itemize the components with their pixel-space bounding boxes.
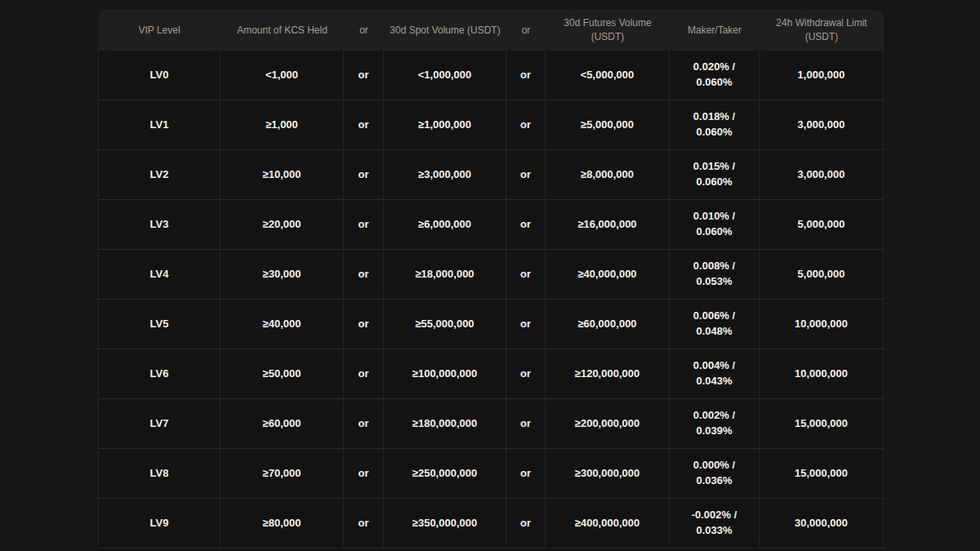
cell-withdrawal-limit: 30,000,000 (760, 499, 884, 548)
cell-spot-volume: ≥350,000,000 (384, 499, 506, 548)
cell-spot-volume: ≥100,000,000 (384, 349, 506, 398)
cell-kcs-held: ≥30,000 (220, 250, 344, 299)
cell-vip-level: LV1 (98, 100, 220, 149)
cell-vip-level: LV4 (98, 250, 220, 299)
cell-withdrawal-limit: 5,000,000 (760, 250, 884, 299)
table-row: LV7 ≥60,000 or ≥180,000,000 or ≥200,000,… (98, 399, 884, 449)
cell-or: or (506, 200, 546, 249)
maker-rate: 0.015% / (693, 159, 735, 175)
column-header-withdrawal-limit: 24h Withdrawal Limit (USDT) (760, 10, 884, 51)
cell-or: or (344, 399, 384, 448)
cell-futures-volume: ≥200,000,000 (546, 399, 670, 448)
cell-futures-volume: ≥60,000,000 (546, 300, 670, 349)
cell-spot-volume: ≥180,000,000 (384, 399, 506, 448)
cell-withdrawal-limit: 1,000,000 (760, 51, 884, 100)
cell-or: or (344, 349, 384, 398)
taker-rate: 0.036% (696, 473, 732, 489)
cell-or: or (506, 449, 546, 498)
column-header-or-1: or (344, 10, 384, 51)
cell-spot-volume: ≥1,000,000 (384, 100, 506, 149)
cell-withdrawal-limit: 10,000,000 (760, 349, 884, 398)
column-header-vip-level: VIP Level (98, 10, 220, 51)
cell-vip-level: LV7 (98, 399, 220, 448)
cell-kcs-held: ≥80,000 (220, 499, 344, 548)
cell-vip-level: LV9 (98, 499, 220, 548)
maker-rate: 0.018% / (693, 109, 735, 125)
cell-or: or (506, 100, 546, 149)
column-header-spot-volume: 30d Spot Volume (USDT) (384, 10, 506, 51)
cell-vip-level: LV0 (98, 51, 220, 100)
cell-or: or (344, 100, 384, 149)
maker-rate: 0.004% / (693, 358, 735, 374)
maker-rate: 0.000% / (693, 458, 735, 473)
cell-maker-taker: 0.010% / 0.060% (670, 200, 760, 249)
maker-rate: 0.006% / (693, 309, 735, 324)
cell-withdrawal-limit: 5,000,000 (760, 200, 884, 249)
taker-rate: 0.060% (696, 75, 732, 91)
taker-rate: 0.048% (696, 324, 732, 340)
cell-maker-taker: 0.018% / 0.060% (670, 100, 760, 149)
cell-or: or (344, 300, 384, 349)
cell-or: or (506, 300, 546, 349)
cell-futures-volume: ≥120,000,000 (546, 349, 670, 398)
maker-rate: 0.008% / (693, 259, 735, 274)
table-body: LV0 <1,000 or <1,000,000 or <5,000,000 0… (98, 51, 884, 551)
cell-spot-volume: ≥18,000,000 (384, 250, 506, 299)
cell-maker-taker: 0.006% / 0.048% (670, 300, 760, 349)
column-header-futures-volume: 30d Futures Volume (USDT) (546, 10, 670, 51)
cell-futures-volume: ≥5,000,000 (546, 100, 670, 149)
cell-or: or (344, 200, 384, 249)
cell-maker-taker: 0.004% / 0.043% (670, 349, 760, 398)
cell-or: or (344, 449, 384, 498)
table-row: LV9 ≥80,000 or ≥350,000,000 or ≥400,000,… (98, 499, 884, 549)
cell-or: or (506, 51, 546, 100)
cell-or: or (344, 499, 384, 548)
cell-or: or (344, 51, 384, 100)
cell-futures-volume: ≥400,000,000 (546, 499, 670, 548)
table-row: LV0 <1,000 or <1,000,000 or <5,000,000 0… (98, 51, 884, 100)
cell-maker-taker: 0.015% / 0.060% (670, 150, 760, 199)
cell-futures-volume: ≥16,000,000 (546, 200, 670, 249)
cell-vip-level: LV3 (98, 200, 220, 249)
maker-rate: -0.002% / (692, 508, 737, 523)
cell-withdrawal-limit: 10,000,000 (760, 300, 884, 349)
vip-fee-table: VIP Level Amount of KCS Held or 30d Spot… (98, 10, 884, 551)
cell-spot-volume: ≥3,000,000 (384, 150, 506, 199)
cell-spot-volume: ≥250,000,000 (384, 449, 506, 498)
cell-withdrawal-limit: 3,000,000 (760, 150, 884, 199)
cell-kcs-held: ≥60,000 (220, 399, 344, 448)
table-row: LV1 ≥1,000 or ≥1,000,000 or ≥5,000,000 0… (98, 100, 884, 150)
cell-or: or (506, 349, 546, 398)
vip-fee-page: VIP Level Amount of KCS Held or 30d Spot… (0, 0, 980, 551)
taker-rate: 0.060% (696, 175, 732, 190)
cell-kcs-held: ≥20,000 (220, 200, 344, 249)
taker-rate: 0.039% (696, 424, 732, 439)
cell-vip-level: LV8 (98, 449, 220, 498)
cell-futures-volume: ≥8,000,000 (546, 150, 670, 199)
cell-or: or (344, 150, 384, 199)
cell-spot-volume: ≥6,000,000 (384, 200, 506, 249)
taker-rate: 0.033% (696, 523, 732, 539)
taker-rate: 0.043% (696, 374, 732, 389)
cell-vip-level: LV2 (98, 150, 220, 199)
cell-or: or (344, 250, 384, 299)
table-row: LV5 ≥40,000 or ≥55,000,000 or ≥60,000,00… (98, 300, 884, 349)
cell-maker-taker: 0.020% / 0.060% (670, 51, 760, 100)
cell-kcs-held: ≥50,000 (220, 349, 344, 398)
maker-rate: 0.020% / (693, 60, 735, 75)
column-header-kcs-held: Amount of KCS Held (220, 10, 344, 51)
table-row: LV8 ≥70,000 or ≥250,000,000 or ≥300,000,… (98, 449, 884, 499)
cell-kcs-held: ≥10,000 (220, 150, 344, 199)
cell-maker-taker: 0.002% / 0.039% (670, 399, 760, 448)
table-row: LV6 ≥50,000 or ≥100,000,000 or ≥120,000,… (98, 349, 884, 399)
cell-spot-volume: <1,000,000 (384, 51, 506, 100)
cell-vip-level: LV5 (98, 300, 220, 349)
taker-rate: 0.060% (696, 224, 732, 240)
cell-maker-taker: -0.002% / 0.033% (670, 499, 760, 548)
table-row: LV3 ≥20,000 or ≥6,000,000 or ≥16,000,000… (98, 200, 884, 250)
cell-futures-volume: <5,000,000 (546, 51, 670, 100)
column-header-maker-taker: Maker/Taker (670, 10, 760, 51)
cell-withdrawal-limit: 15,000,000 (760, 449, 884, 498)
table-header-row: VIP Level Amount of KCS Held or 30d Spot… (98, 10, 884, 51)
column-header-or-2: or (506, 10, 546, 51)
